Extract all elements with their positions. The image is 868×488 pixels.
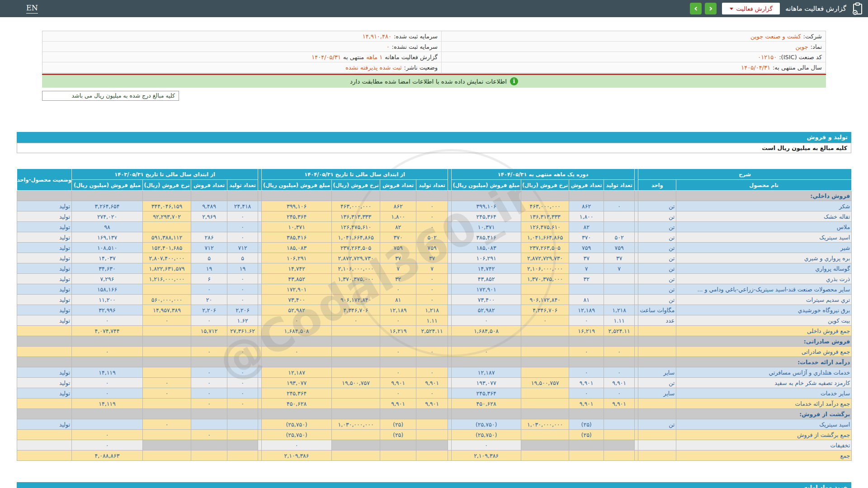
cell-value (332, 336, 380, 347)
cell-value: ۰ (262, 315, 332, 326)
prev-report-button[interactable]: ‹ (690, 3, 702, 14)
cell-status: تولید (17, 315, 72, 326)
cell-value (604, 409, 635, 419)
column-separator (258, 243, 262, 253)
cell-value: ۹,۹۰۱ (569, 378, 604, 388)
cell-product-name: برق نیروگاه خورشیدي (676, 305, 852, 315)
cell-value: ۴,۳۴۶,۷۰۶ (521, 305, 569, 315)
column-separator (635, 347, 638, 357)
cell-value: ۱۴,۱۱۹ (72, 367, 143, 378)
column-separator (258, 409, 262, 419)
column-separator (635, 295, 638, 305)
clipboard-report-icon[interactable] (852, 2, 863, 15)
cell-status: تولید (17, 378, 72, 388)
cell-value: ۰ (569, 367, 604, 378)
cell-value: ۱,۳۷۰,۳۷۵,۰۰۰ (332, 274, 380, 284)
cell-status: تولید (17, 253, 72, 263)
cell-value (143, 450, 191, 461)
table-row: خدمات هتلداري و آژانس مسافرتيسایر۰۰۱۲,۱۸… (17, 367, 852, 378)
cell-status: تولید (17, 305, 72, 315)
cell-value: ۱۹,۵۰۰,۷۵۷ (332, 378, 380, 388)
cell-value: ۷ (416, 263, 448, 274)
cell-value: ۰ (416, 211, 448, 222)
column-separator (448, 430, 452, 440)
column-separator (635, 243, 638, 253)
cell-unit: سایر (638, 367, 676, 378)
cell-product-name: سایر محصولات صنعت قند-اسید سیتریک-زراعي-… (676, 284, 852, 295)
cell-value (521, 367, 569, 378)
cell-value: ۲۳۷,۲۶۳,۵۰۵ (521, 243, 569, 253)
column-separator (258, 315, 262, 326)
cell-value: (۲۵) (380, 430, 416, 440)
cell-value: ۰ (569, 388, 604, 399)
cell-value (332, 326, 380, 336)
cell-value: ۱۹ (191, 263, 227, 274)
column-separator (448, 274, 452, 284)
cell-value: ۰ (191, 367, 227, 378)
cell-product-name: خدمات هتلداري و آژانس مسافرتي (676, 367, 852, 378)
cell-unit (638, 450, 676, 461)
cell-value: ۱۶,۲۱۹ (380, 326, 416, 336)
column-separator (448, 295, 452, 305)
info-value: ۱۴,۹۱۰,۴۸۰ (363, 33, 392, 40)
cell-value: ۳۷۰ (380, 232, 416, 243)
cell-value: ۹,۴۸۹ (191, 201, 227, 211)
cell-product-name: جمع درآمد ارائه خدمات (676, 399, 852, 409)
column-separator (448, 232, 452, 243)
language-en-link[interactable]: EN (26, 4, 38, 14)
cell-value (416, 450, 448, 461)
cell-value: ۰ (262, 347, 332, 357)
column-separator (635, 211, 638, 222)
cell-value (191, 191, 227, 201)
cell-value (332, 284, 380, 295)
cell-value: ۸۲ (380, 222, 416, 232)
cell-value (227, 357, 258, 367)
cell-status: تولید (17, 243, 72, 253)
cell-value (604, 419, 635, 430)
cell-value (227, 419, 258, 430)
cell-value: ۲۴۵,۳۶۴ (262, 211, 332, 222)
table-row: سایر خدماتسایر۰۰۲۴۵,۳۶۴۰۰۲۴۵,۳۶۴۰۰۰۰تولی… (17, 388, 852, 399)
cell-status: تولید (17, 295, 72, 305)
cell-value: ۰ (452, 440, 521, 450)
report-type-dropdown[interactable]: گزارش فعالیت (722, 3, 780, 14)
header-production-qty: تعداد تولید (416, 180, 448, 191)
cell-value: ۰ (72, 440, 143, 450)
cell-value: ۱,۲۱۸ (416, 305, 448, 315)
column-separator (258, 440, 262, 450)
section-row: فروش صادراتی: (17, 336, 852, 347)
cell-value (604, 357, 635, 367)
info-value: کشت و صنعت جوین (750, 33, 801, 40)
cell-value (332, 399, 380, 409)
cell-status (17, 440, 72, 450)
section-bar-production-sales: تولید و فروش (17, 132, 851, 143)
chevron-left-icon: ‹ (694, 3, 698, 13)
column-separator (448, 315, 452, 326)
cell-unit (638, 430, 676, 440)
cell-value (143, 357, 191, 367)
info-value: ۱ ماهه (366, 54, 382, 61)
header-status: وضعیت محصول-واحد (17, 169, 72, 191)
info-cell: نماد:جوین (441, 42, 826, 52)
cell-value: ۸۶۲ (380, 201, 416, 211)
cell-value (604, 440, 635, 450)
cell-unit (638, 357, 676, 367)
cell-value (452, 191, 521, 201)
info-value: جوین (795, 43, 808, 50)
cell-value (521, 440, 569, 450)
cell-status: تولید (17, 419, 72, 430)
cell-value (227, 450, 258, 461)
cell-value (521, 357, 569, 367)
cell-status (17, 409, 72, 419)
cell-value (227, 336, 258, 347)
column-separator (448, 201, 452, 211)
total-row: جمع۲,۱۰۹,۳۸۶۲,۱۰۹,۳۸۶۴,۰۸۸,۸۶۳ (17, 450, 852, 461)
report-type-dropdown-label: گزارش فعالیت (736, 5, 773, 12)
column-separator (635, 430, 638, 440)
next-report-button[interactable]: › (705, 3, 717, 14)
cell-value: ۱۹۳,۰۷۷ (452, 378, 521, 388)
cell-product-name: جمع فروش داخلی (676, 326, 852, 336)
cell-value (262, 357, 332, 367)
cell-value (521, 450, 569, 461)
cell-value: ۷۵۹ (569, 243, 604, 253)
